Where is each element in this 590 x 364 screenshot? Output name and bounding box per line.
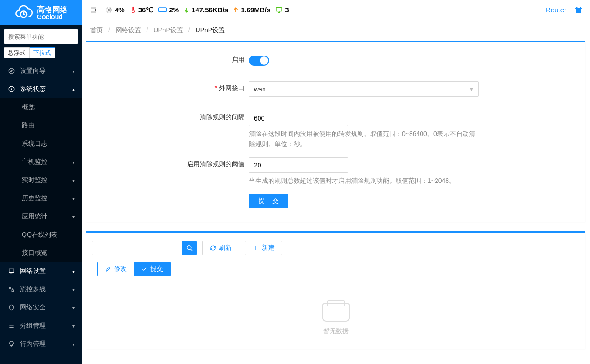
svg-text:C: C	[108, 9, 110, 11]
menu-overview[interactable]: 概览	[0, 98, 82, 116]
chevron-down-icon: ▾	[72, 305, 75, 310]
menu-history-monitor[interactable]: 历史监控▾	[0, 189, 82, 207]
rules-search-input[interactable]	[92, 241, 182, 255]
crumb-upnp[interactable]: UPnP设置	[153, 26, 183, 34]
main: C 4% 36℃ 2% 147.56KB/s 1.69MB/s	[82, 0, 590, 364]
rules-card: 刷新 新建 修改 提交	[86, 231, 585, 349]
mode-tabs: 悬浮式 下拉式	[0, 47, 82, 62]
plus-icon	[253, 245, 259, 251]
dashboard-icon	[7, 86, 15, 92]
rules-search-button[interactable]	[182, 241, 197, 255]
logo-cn: 高恪网络	[37, 6, 68, 14]
new-button[interactable]: 新建	[245, 241, 282, 255]
cpu-icon: C	[105, 6, 113, 14]
arrow-up-icon	[233, 6, 239, 14]
menu-network-settings[interactable]: 网络设置 ▾	[0, 262, 82, 280]
svg-rect-5	[9, 287, 11, 289]
stat-upload: 1.69MB/s	[233, 6, 270, 14]
list-icon	[7, 323, 15, 329]
memory-icon	[158, 6, 167, 14]
crumb-net[interactable]: 网络设置	[116, 26, 141, 34]
sidebar: 高恪网络 Gocloud 悬浮式 下拉式 设置向导 ▾	[0, 0, 82, 364]
mode-dropdown[interactable]: 下拉式	[30, 47, 55, 58]
crumb-home[interactable]: 首页	[90, 26, 103, 34]
svg-rect-4	[9, 269, 14, 272]
interval-input-wrap	[249, 111, 348, 126]
svg-point-2	[9, 68, 14, 74]
header-stats: C 4% 36℃ 2% 147.56KB/s 1.69MB/s	[105, 6, 289, 14]
stat-cpu: C 4%	[105, 6, 125, 14]
rules-toolbar: 刷新 新建	[92, 241, 580, 255]
sidebar-toggle[interactable]	[89, 6, 97, 14]
chevron-down-icon: ▾	[72, 342, 75, 347]
chevron-down-icon: ▾	[72, 269, 75, 274]
wan-label: 外网接口	[219, 84, 244, 91]
menu-system-status[interactable]: 系统状态 ▴	[0, 80, 82, 98]
stat-mem: 2%	[158, 6, 179, 14]
chevron-up-icon: ▴	[72, 87, 75, 92]
edit-button[interactable]: 修改	[97, 262, 134, 276]
menu-qq-online[interactable]: QQ在线列表	[0, 226, 82, 244]
menu-behavior-management[interactable]: 行为管理 ▾	[0, 335, 82, 353]
enable-switch[interactable]	[249, 56, 269, 66]
submit-button[interactable]: 提 交	[249, 194, 288, 208]
threshold-help: 当生成的规则总数超过该值时才启用清除规则功能。取值范围：1~2048。	[249, 176, 481, 186]
mode-float[interactable]: 悬浮式	[4, 47, 30, 58]
chevron-down-icon: ▼	[469, 86, 474, 92]
menu-network-security[interactable]: 网络安全 ▾	[0, 298, 82, 317]
menu-search[interactable]	[4, 29, 78, 44]
logo-icon	[14, 3, 33, 22]
threshold-input[interactable]	[254, 162, 343, 169]
menu-if-overview[interactable]: 接口概览	[0, 244, 82, 262]
monitor-icon	[275, 6, 283, 14]
theme-icon[interactable]	[575, 6, 583, 14]
arrow-down-icon	[183, 6, 190, 14]
shield-icon	[7, 304, 15, 311]
menu-group-management[interactable]: 分组管理 ▾	[0, 317, 82, 335]
menu-syslog[interactable]: 系统日志	[0, 135, 82, 153]
logo[interactable]: 高恪网络 Gocloud	[0, 0, 82, 25]
bulb-icon	[7, 341, 15, 347]
check-icon	[142, 266, 148, 272]
refresh-button[interactable]: 刷新	[202, 241, 239, 255]
stat-download: 147.56KB/s	[183, 6, 228, 14]
threshold-input-wrap	[249, 157, 348, 173]
logo-en: Gocloud	[37, 14, 68, 20]
menu-setup-wizard[interactable]: 设置向导 ▾	[0, 62, 82, 80]
main-menu: 设置向导 ▾ 系统状态 ▴ 概览 路由 系统日志 主机监控▾ 实时监控▾ 历史监…	[0, 62, 82, 364]
empty-box-icon	[322, 303, 350, 322]
chevron-down-icon: ▾	[72, 160, 75, 165]
chevron-down-icon: ▾	[72, 178, 75, 183]
interval-help: 清除在这段时间内没用被使用的转发规则。取值范围：0~86400。0表示不自动清除…	[249, 129, 481, 149]
header: C 4% 36℃ 2% 147.56KB/s 1.69MB/s	[82, 0, 590, 20]
breadcrumb: 首页 / 网络设置 / UPnP设置 / UPnP设置	[82, 20, 590, 41]
upnp-settings-card: 启用 *外网接口 wan ▼	[86, 41, 585, 222]
flow-icon	[7, 286, 15, 293]
router-link[interactable]: Router	[546, 6, 566, 14]
interval-input[interactable]	[254, 115, 343, 122]
chevron-down-icon: ▾	[72, 196, 75, 201]
chevron-down-icon: ▾	[72, 287, 75, 292]
chevron-down-icon: ▾	[72, 69, 75, 74]
threshold-label: 启用清除规则的阈值	[92, 157, 249, 168]
menu-realtime-monitor[interactable]: 实时监控▾	[0, 171, 82, 189]
desktop-icon	[7, 268, 15, 274]
menu-search-input[interactable]	[4, 29, 82, 44]
crumb-current: UPnP设置	[196, 26, 225, 34]
interval-label: 清除规则的间隔	[92, 111, 249, 121]
svg-point-11	[187, 246, 191, 250]
empty-text: 暂无数据	[92, 327, 580, 335]
menu-app-stats[interactable]: 应用统计▾	[0, 207, 82, 226]
svg-rect-9	[159, 8, 167, 11]
thermometer-icon	[129, 6, 137, 14]
menu-host-monitor[interactable]: 主机监控▾	[0, 153, 82, 171]
wan-select[interactable]: wan ▼	[249, 81, 479, 97]
svg-rect-10	[276, 7, 282, 11]
stat-temp: 36℃	[129, 6, 154, 14]
menu-flow-control[interactable]: 流控多线 ▾	[0, 280, 82, 298]
edit-icon	[105, 266, 111, 272]
compass-icon	[7, 68, 15, 74]
chevron-down-icon: ▾	[72, 214, 75, 219]
submit-rules-button[interactable]: 提交	[134, 262, 171, 276]
menu-route[interactable]: 路由	[0, 116, 82, 135]
